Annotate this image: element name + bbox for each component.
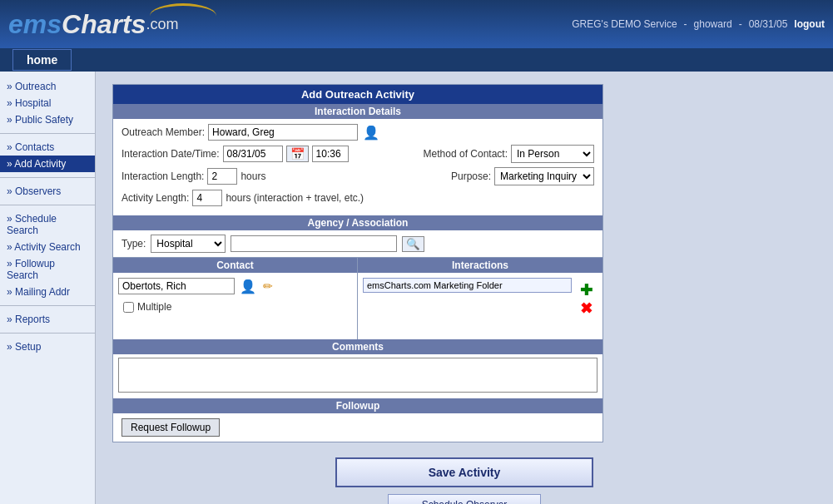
interaction-action-icons: ✚ ✖ (575, 278, 597, 334)
sidebar-divider2 (0, 177, 95, 178)
content-area: Add Outreach Activity Interaction Detail… (96, 72, 833, 504)
calendar-icon[interactable]: 📅 (286, 146, 309, 162)
request-followup-button[interactable]: Request Followup (121, 418, 220, 437)
service-name: GREG's DEMO Service (572, 18, 677, 30)
outreach-member-search-icon[interactable]: 👤 (361, 125, 381, 141)
logo-arc-decoration (150, 3, 216, 28)
interaction-details: Outreach Member: 👤 Interaction Date/Time… (113, 119, 602, 215)
remove-interaction-icon[interactable]: ✖ (578, 299, 594, 318)
contact-person-icon[interactable]: 👤 (238, 279, 258, 294)
logout-link[interactable]: logout (794, 18, 825, 30)
activity-length-row: Activity Length: hours (interaction + tr… (121, 190, 594, 206)
interaction-length-input[interactable] (207, 168, 237, 185)
service-info: GREG's DEMO Service - ghoward - 08/31/05… (572, 18, 825, 30)
panel-title: Add Outreach Activity (113, 85, 602, 104)
outreach-member-input[interactable] (208, 124, 358, 141)
activity-length-input[interactable] (192, 190, 222, 206)
agency-search-button[interactable]: 🔍 (402, 236, 424, 252)
separator1: - (684, 18, 687, 30)
method-select[interactable]: In Person Phone Email (511, 145, 594, 163)
panel-subtitle: Interaction Details (113, 104, 602, 119)
sidebar-divider1 (0, 133, 95, 134)
sidebar-item-public-safety[interactable]: » Public Safety (0, 111, 95, 128)
activity-hours-label: hours (interaction + travel, etc.) (226, 192, 364, 204)
type-label: Type: (121, 238, 146, 250)
interactions-list: emsCharts.com Marketing Folder (363, 278, 572, 334)
interaction-length-label: Interaction Length: (121, 170, 204, 182)
contact-column: Contact 👤 ✏ Multiple (113, 258, 358, 339)
sidebar-divider3 (0, 205, 95, 205)
sidebar-item-activity-search[interactable]: » Activity Search (0, 239, 95, 255)
activity-length-label: Activity Length: (121, 192, 189, 204)
agency-name-input[interactable] (231, 235, 397, 252)
followup-section-header: Followup (113, 398, 602, 413)
comments-section-header: Comments (113, 339, 602, 354)
sidebar-item-observers[interactable]: » Observers (0, 183, 95, 200)
comments-section-body (113, 354, 602, 398)
schedule-observer-button[interactable]: Schedule Observer (388, 494, 542, 504)
sidebar-section-search: » Schedule Search » Activity Search » Fo… (0, 210, 95, 300)
contact-header: Contact (113, 258, 357, 273)
multiple-checkbox-row: Multiple (118, 299, 352, 315)
date-input[interactable] (223, 146, 283, 162)
date-group: Interaction Date/Time: 📅 (121, 146, 349, 162)
contact-body: 👤 ✏ Multiple (113, 273, 357, 339)
sidebar-section-admin: » Reports (0, 311, 95, 328)
sidebar-item-outreach[interactable]: » Outreach (0, 78, 95, 95)
logo-ems: ems (8, 9, 62, 40)
multiple-label: Multiple (137, 301, 171, 313)
method-label: Method of Contact: (424, 148, 508, 160)
multiple-checkbox[interactable] (123, 302, 134, 313)
sidebar-item-contacts[interactable]: » Contacts (0, 139, 95, 156)
sidebar-item-add-activity[interactable]: » Add Activity (0, 156, 95, 172)
method-group: Method of Contact: In Person Phone Email (424, 145, 594, 163)
list-item[interactable]: emsCharts.com Marketing Folder (363, 278, 572, 293)
date-method-row: Interaction Date/Time: 📅 Method of Conta… (121, 145, 594, 163)
sidebar-divider4 (0, 305, 95, 306)
interactions-body: emsCharts.com Marketing Folder ✚ ✖ (358, 273, 602, 339)
save-activity-button[interactable]: Save Activity (335, 457, 593, 487)
contact-interactions-section: Contact 👤 ✏ Multiple Inte (113, 257, 602, 339)
contact-name-input[interactable] (118, 278, 235, 294)
sidebar-item-schedule-search[interactable]: » Schedule Search (0, 210, 95, 239)
followup-section-body: Request Followup (113, 413, 602, 442)
contact-edit-icon[interactable]: ✏ (261, 279, 275, 293)
interactions-column: Interactions emsCharts.com Marketing Fol… (358, 258, 602, 339)
purpose-group: Purpose: Marketing Inquiry Education Oth… (451, 167, 594, 185)
logo-charts: Charts (62, 9, 146, 40)
sidebar-item-mailing-addr[interactable]: » Mailing Addr (0, 284, 95, 300)
interactions-header: Interactions (358, 258, 602, 273)
length-purpose-row: Interaction Length: hours Purpose: Marke… (121, 167, 594, 185)
navbar: home (0, 48, 833, 72)
main-layout: » Outreach » Hospital » Public Safety » … (0, 72, 833, 504)
sidebar-section-setup: » Setup (0, 338, 95, 355)
sidebar-section-contacts: » Contacts » Add Activity (0, 139, 95, 172)
type-select[interactable]: Hospital Clinic Other (151, 235, 226, 253)
username: ghoward (694, 18, 732, 30)
contact-name-row: 👤 ✏ (118, 278, 352, 294)
header-date: 08/31/05 (749, 18, 788, 30)
agency-row: Type: Hospital Clinic Other 🔍 (113, 230, 602, 257)
purpose-label: Purpose: (451, 170, 491, 182)
time-input[interactable] (312, 146, 349, 162)
home-nav-item[interactable]: home (12, 49, 72, 71)
date-label: Interaction Date/Time: (121, 148, 220, 160)
form-panel: Add Outreach Activity Interaction Detail… (112, 84, 603, 442)
sidebar-item-followup-search[interactable]: » Followup Search (0, 255, 95, 284)
separator2: - (739, 18, 742, 30)
outreach-member-row: Outreach Member: 👤 (121, 124, 594, 141)
comments-textarea[interactable] (118, 358, 597, 393)
sidebar-section-tools: » Observers (0, 183, 95, 200)
sidebar-divider5 (0, 333, 95, 334)
sidebar-item-reports[interactable]: » Reports (0, 311, 95, 328)
agency-section-header: Agency / Association (113, 215, 602, 230)
sidebar-section-outreach: » Outreach » Hospital » Public Safety (0, 78, 95, 128)
sidebar: » Outreach » Hospital » Public Safety » … (0, 72, 96, 504)
outreach-member-group: Outreach Member: 👤 (121, 124, 381, 141)
hours-label: hours (240, 170, 265, 182)
bottom-buttons: Save Activity Schedule Observer (112, 457, 816, 504)
purpose-select[interactable]: Marketing Inquiry Education Other (494, 167, 594, 185)
sidebar-item-setup[interactable]: » Setup (0, 338, 95, 355)
sidebar-item-hospital[interactable]: » Hospital (0, 95, 95, 111)
add-interaction-icon[interactable]: ✚ (578, 281, 594, 299)
